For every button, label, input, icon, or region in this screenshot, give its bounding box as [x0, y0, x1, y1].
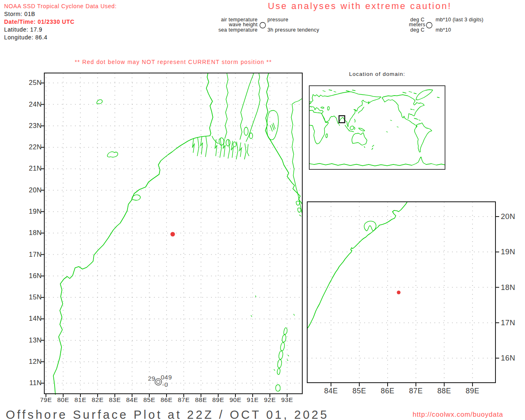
legend-units-circle-icon [426, 22, 433, 29]
cyclone-latitude-line: Latitude: 17.9 [4, 26, 42, 34]
main-lat-label: 23N [24, 122, 42, 130]
inset-world-map [309, 86, 445, 169]
storm-dot-main [171, 232, 175, 237]
main-lon-label: 93E [278, 396, 296, 404]
main-lat-label: 15N [24, 293, 42, 301]
legend-sea-temperature: sea temperature [204, 27, 258, 33]
main-lat-label: 19N [24, 208, 42, 215]
main-lon-label: 81E [71, 396, 89, 404]
main-lat-label: 18N [24, 229, 42, 237]
cyclone-longitude-line: Longitude: 86.4 [4, 34, 48, 41]
world-coastlines [309, 90, 445, 166]
main-lat-label: 13N [24, 336, 42, 344]
zoom-lon-label: 89E [461, 387, 484, 395]
legend-pressure-tendency: 3h pressure tendency [267, 27, 319, 33]
zoom-map-coastlines [307, 202, 407, 329]
legend-units-degc-bottom: deg C [390, 27, 425, 33]
main-lat-label: 11N [24, 379, 42, 387]
page-title: Offshore Surface Plot at 22Z / OCT 01, 2… [6, 408, 329, 420]
legend-units-mb10-bottom: mb*10 [436, 27, 451, 33]
cyclone-storm-line: Storm: 01B [4, 10, 35, 18]
zoom-lon-label: 85E [348, 387, 371, 395]
zoom-lon-label: 87E [404, 387, 427, 395]
page: NOAA SSD Tropical Cyclone Data Used: Sto… [0, 0, 525, 420]
main-lon-label: 83E [106, 396, 124, 404]
legend-pressure: pressure [267, 17, 288, 23]
zoom-lon-label: 84E [320, 387, 342, 395]
source-url-link[interactable]: http://coolwx.com/buoydata [413, 411, 503, 418]
legend-units-meters: meters [390, 22, 425, 27]
main-lat-label: 24N [24, 100, 42, 108]
main-lon-label: 80E [54, 396, 72, 404]
zoom-lat-label: 16N [501, 354, 515, 363]
main-lon-label: 85E [140, 396, 158, 404]
cyclone-datetime-line: Date/Time: 01/2330 UTC [4, 18, 75, 26]
main-lon-label: 88E [192, 396, 210, 404]
zoom-map-border [307, 202, 495, 383]
zoom-lon-label: 86E [376, 387, 399, 395]
main-lon-label: 82E [89, 396, 107, 404]
station-pressure-tendency: -0 [162, 381, 168, 388]
main-lat-label: 14N [24, 315, 42, 322]
main-lat-label: 25N [24, 79, 42, 87]
main-lon-label: 91E [244, 396, 262, 404]
zoom-lat-label: 19N [501, 247, 515, 256]
main-lat-label: 22N [24, 143, 42, 151]
storm-dot-zoom [397, 291, 401, 294]
station-air-temperature: 29 [145, 375, 155, 382]
legend-station-circle-icon [259, 22, 266, 29]
zoom-lat-label: 18N [501, 283, 515, 292]
station-pressure: 049 [161, 374, 172, 381]
main-lon-label: 87E [175, 396, 193, 404]
legend-wave-height: wave height [204, 22, 258, 27]
zoom-map-grid [307, 202, 499, 386]
zoom-lat-label: 20N [501, 212, 515, 221]
main-lat-label: 17N [24, 251, 42, 258]
main-lat-label: 21N [24, 164, 42, 172]
main-lat-label: 12N [24, 358, 42, 365]
main-lon-label: 92E [261, 396, 279, 404]
main-lon-label: 86E [158, 396, 176, 404]
inset-map-title: Location of domain: [309, 71, 445, 77]
main-map-coastlines [53, 73, 302, 395]
storm-position-warning: ** Red dot below may NOT represent CURRE… [44, 59, 302, 65]
main-lon-label: 84E [123, 396, 141, 404]
cyclone-source-line: NOAA SSD Tropical Cyclone Data Used: [4, 2, 116, 10]
main-lon-label: 89E [209, 396, 227, 404]
main-lon-label: 79E [37, 396, 55, 404]
main-lat-label: 20N [24, 186, 42, 194]
legend-units-mb10-top: mb*10 (last 3 digits) [436, 17, 484, 23]
main-lon-label: 90E [226, 396, 244, 404]
caution-banner: Use analyses with extreme caution! [255, 1, 464, 11]
zoom-lon-label: 88E [433, 387, 456, 395]
zoom-lat-label: 17N [501, 318, 515, 327]
inset-map-border [309, 86, 445, 169]
main-lat-label: 16N [24, 272, 42, 280]
